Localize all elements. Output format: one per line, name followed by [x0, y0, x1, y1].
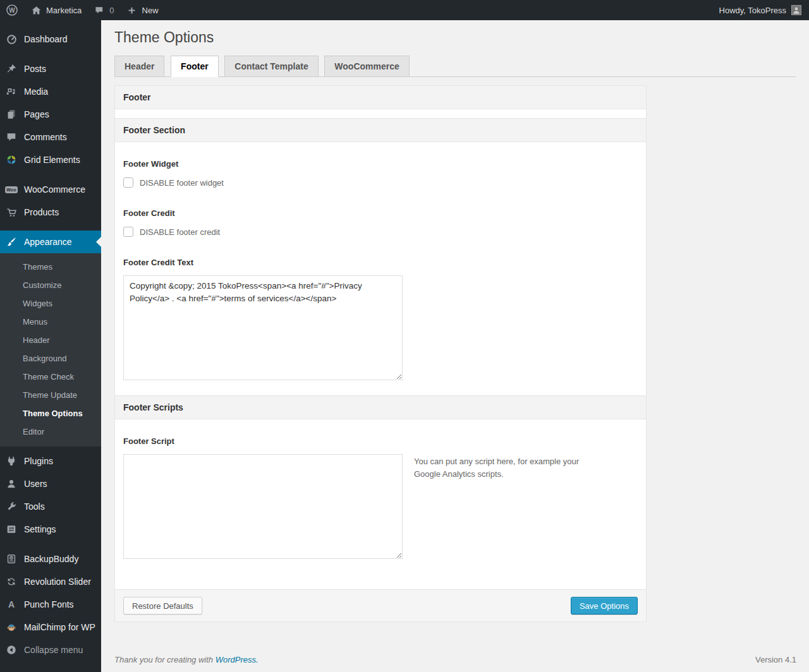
submenu-item-themes[interactable]: Themes	[0, 258, 101, 276]
sidebar-item-label: Media	[24, 87, 48, 97]
my-account-menu[interactable]: Howdy, TokoPress	[712, 0, 809, 20]
footer-script-hint: You can put any script here, for example…	[414, 454, 607, 481]
new-content-menu[interactable]: New	[120, 0, 164, 20]
submenu-item-widgets[interactable]: Widgets	[0, 294, 101, 313]
save-options-button[interactable]: Save Options	[571, 597, 638, 615]
user-icon	[5, 477, 18, 490]
tab-footer[interactable]: Footer	[171, 56, 219, 77]
new-label: New	[142, 6, 159, 15]
footer-widget-label: Footer Widget	[123, 159, 638, 169]
refresh-arrows-icon	[5, 575, 18, 588]
comments-bubble[interactable]: 0	[87, 0, 119, 20]
home-icon	[30, 4, 42, 16]
panel-action-bar: Restore Defaults Save Options	[115, 589, 646, 621]
footer-thanks: Thank you for creating with WordPress.	[114, 655, 259, 664]
pages-icon	[5, 108, 18, 121]
sidebar-item-settings[interactable]: Settings	[0, 518, 101, 541]
collapse-menu-button[interactable]: Collapse menu	[0, 639, 101, 661]
sidebar-item-dashboard[interactable]: Dashboard	[0, 28, 101, 51]
main-content: Theme Options Header Footer Contact Temp…	[101, 20, 809, 672]
sidebar-item-tools[interactable]: Tools	[0, 495, 101, 518]
speech-bubble-icon	[5, 131, 18, 143]
sidebar-item-revolution-slider[interactable]: Revolution Slider	[0, 570, 101, 593]
footer-credit-text-textarea[interactable]: Copyright &copy; 2015 TokoPress<span><a …	[123, 275, 403, 380]
sidebar-item-users[interactable]: Users	[0, 472, 101, 495]
page-title: Theme Options	[114, 20, 796, 53]
backupbuddy-icon	[5, 553, 18, 565]
site-name-link[interactable]: Marketica	[24, 0, 87, 20]
submenu-item-customize[interactable]: Customize	[0, 276, 101, 294]
grid-elements-icon	[5, 153, 18, 166]
sidebar-item-posts[interactable]: Posts	[0, 57, 101, 80]
comment-count: 0	[109, 6, 114, 15]
sidebar-item-label: MailChimp for WP	[24, 622, 95, 632]
sidebar-item-label: Grid Elements	[24, 155, 80, 165]
plus-icon	[126, 4, 138, 16]
submenu-item-editor[interactable]: Editor	[0, 423, 101, 441]
sidebar-item-label: Appearance	[24, 237, 72, 247]
sidebar-item-grid-elements[interactable]: Grid Elements	[0, 148, 101, 171]
checkbox-label: DISABLE footer widget	[140, 178, 224, 188]
submenu-item-menus[interactable]: Menus	[0, 313, 101, 331]
sidebar-item-label: Plugins	[24, 456, 53, 466]
footer-script-row: You can put any script here, for example…	[123, 454, 638, 559]
appearance-submenu: Themes Customize Widgets Menus Header Ba…	[0, 253, 101, 447]
wordpress-link[interactable]: WordPress.	[216, 655, 259, 664]
comment-bubble-icon	[93, 4, 106, 16]
footer-script-label: Footer Script	[123, 436, 638, 446]
submenu-item-theme-options[interactable]: Theme Options	[0, 404, 101, 423]
sidebar-item-label: Tools	[24, 501, 45, 512]
media-icon	[5, 85, 18, 98]
submenu-item-theme-check[interactable]: Theme Check	[0, 368, 101, 386]
tab-woocommerce[interactable]: WooCommerce	[324, 56, 409, 77]
howdy-text: Howdy, TokoPress	[719, 6, 786, 15]
tab-header[interactable]: Header	[114, 56, 164, 77]
footer-credit-text-row: Copyright &copy; 2015 TokoPress<span><a …	[123, 275, 638, 380]
sidebar-item-label: Users	[24, 479, 47, 489]
letter-a-icon: A	[5, 598, 18, 611]
panel-spacer	[115, 109, 646, 118]
disable-footer-credit-checkbox[interactable]	[123, 227, 133, 237]
settings-sliders-icon	[5, 523, 18, 536]
spacer	[115, 559, 646, 589]
footer-credit-checkbox-row: DISABLE footer credit	[123, 227, 638, 237]
sidebar-item-backupbuddy[interactable]: BackupBuddy	[0, 548, 101, 570]
sidebar-item-comments[interactable]: Comments	[0, 126, 101, 148]
admin-sidebar: Dashboard Posts Media Pages Comments	[0, 20, 101, 672]
dashboard-gauge-icon	[5, 33, 18, 45]
sidebar-item-pages[interactable]: Pages	[0, 103, 101, 126]
checkbox-label: DISABLE footer credit	[140, 227, 220, 237]
wordpress-logo-icon: W	[6, 4, 18, 16]
submenu-item-header[interactable]: Header	[0, 331, 101, 349]
footer-widget-checkbox-row: DISABLE footer widget	[123, 177, 638, 188]
disable-footer-widget-checkbox[interactable]	[123, 177, 133, 188]
sidebar-item-punch-fonts[interactable]: A Punch Fonts	[0, 593, 101, 616]
sidebar-item-products[interactable]: Products	[0, 201, 101, 224]
wp-logo-menu[interactable]: W	[0, 0, 24, 20]
sidebar-item-label: WooCommerce	[24, 184, 85, 195]
footer-thanks-text: Thank you for creating with	[114, 655, 213, 664]
restore-defaults-button[interactable]: Restore Defaults	[123, 597, 202, 615]
sidebar-item-plugins[interactable]: Plugins	[0, 450, 101, 472]
sidebar-item-label: Posts	[24, 64, 46, 74]
footer-script-textarea[interactable]	[123, 454, 403, 559]
sidebar-item-mailchimp[interactable]: MailChimp for WP	[0, 616, 101, 639]
tab-contact-template[interactable]: Contact Template	[224, 56, 318, 77]
mailchimp-monkey-icon	[5, 621, 18, 633]
sidebar-item-woocommerce[interactable]: Woo WooCommerce	[0, 178, 101, 201]
paintbrush-icon	[5, 236, 18, 248]
svg-text:W: W	[9, 7, 15, 14]
submenu-item-background[interactable]: Background	[0, 349, 101, 368]
sidebar-item-label: Pages	[24, 109, 49, 119]
footer-credit-text-label: Footer Credit Text	[123, 258, 638, 267]
footer-version: Version 4.1	[755, 655, 796, 664]
wrench-icon	[5, 500, 18, 513]
sidebar-item-label: BackupBuddy	[24, 554, 78, 564]
sidebar-item-media[interactable]: Media	[0, 80, 101, 103]
section-footer-section: Footer Section	[115, 118, 646, 142]
submenu-item-theme-update[interactable]: Theme Update	[0, 386, 101, 404]
spacer	[115, 380, 646, 395]
sidebar-item-appearance[interactable]: Appearance	[0, 231, 101, 253]
woocommerce-badge-icon: Woo	[5, 183, 18, 196]
site-name: Marketica	[46, 6, 82, 15]
